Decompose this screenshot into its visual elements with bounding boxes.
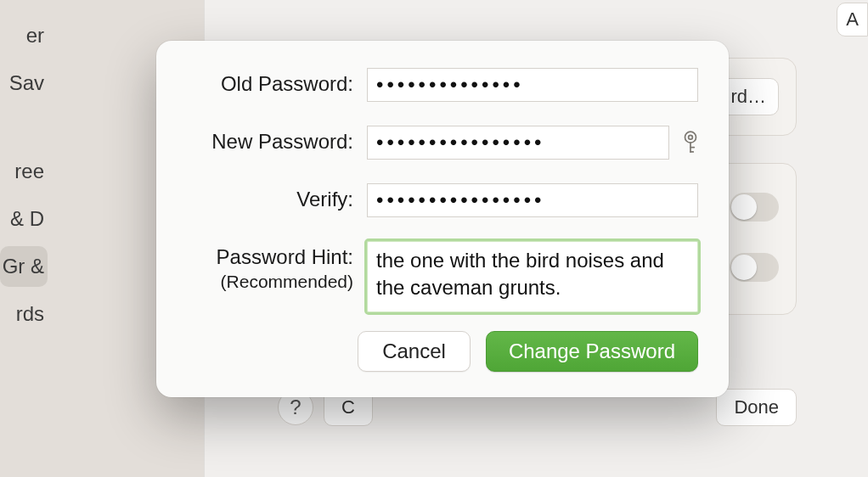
toolbar-button[interactable]: A (837, 3, 868, 36)
svg-point-5 (685, 132, 696, 143)
sidebar-item[interactable]: er (0, 15, 48, 56)
password-hint-field[interactable] (367, 241, 698, 312)
key-icon[interactable] (679, 130, 702, 155)
recommended-label: (Recommended) (187, 272, 353, 292)
verify-password-field[interactable] (367, 183, 698, 217)
old-password-label: Old Password: (187, 71, 353, 97)
cancel-button[interactable]: Cancel (358, 331, 471, 372)
change-password-dialog: Old Password: New Password: Verif (156, 41, 729, 397)
svg-point-6 (689, 135, 693, 139)
done-button[interactable]: Done (716, 389, 797, 426)
toggle-allow-1[interactable] (730, 193, 779, 222)
verify-label: Verify: (187, 187, 353, 212)
sidebar-item-selected[interactable]: & Gr (0, 246, 48, 287)
old-password-field[interactable] (367, 68, 698, 102)
toggle-allow-2[interactable] (730, 253, 779, 282)
new-password-label: New Password: (187, 129, 353, 154)
sidebar-item[interactable]: rds (0, 294, 48, 334)
sidebar-item[interactable]: D & (0, 199, 48, 239)
new-password-field[interactable] (367, 126, 669, 160)
change-password-button[interactable]: Change Password (486, 331, 698, 372)
sidebar-item[interactable]: ree (0, 151, 48, 192)
password-hint-label: Password Hint: (187, 244, 353, 270)
sidebar-item[interactable]: Sav (0, 63, 48, 104)
toolbar: A (837, 0, 868, 37)
